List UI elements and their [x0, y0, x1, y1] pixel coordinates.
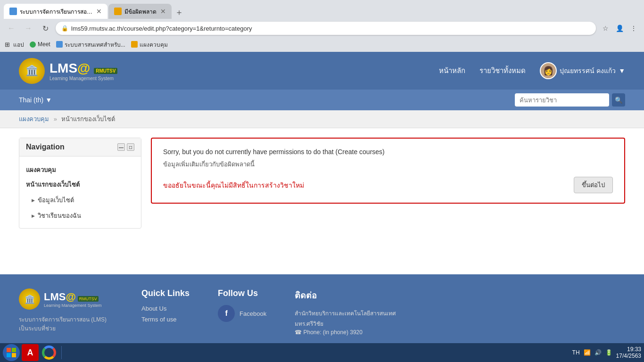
tab-inactive[interactable]: มีข้อผิดพลาด ✕	[108, 4, 172, 19]
tab-close-2[interactable]: ✕	[160, 8, 166, 15]
breadcrumb-current: หน้าแรกของเว็บไซต์	[61, 115, 115, 123]
chrome-icon	[42, 346, 56, 360]
user-dropdown-icon: ▼	[619, 67, 625, 74]
user-avatar: 👩	[540, 62, 557, 79]
footer-lms-label: LMS@	[44, 291, 76, 303]
contact-phone: ☎ Phone: (in phone) 3920	[295, 329, 396, 336]
footer-social-facebook[interactable]: f Facebook	[218, 305, 266, 322]
footer-logo-area: 🏛️ LMS@ RMUTSV Learning Management Syste…	[19, 288, 113, 310]
sidebar-item-home[interactable]: หน้าแรกของเว็บไซต์	[19, 177, 141, 192]
forward-button[interactable]: →	[22, 22, 35, 35]
nav-home[interactable]: หน้าหลัก	[439, 65, 465, 76]
tab-close-1[interactable]: ✕	[96, 8, 102, 15]
logo-at: @	[77, 61, 90, 75]
taskbar-lang: TH	[572, 349, 580, 356]
sidebar-controls: — □	[117, 143, 134, 151]
breadcrumb-home[interactable]: แผงควบคุม	[19, 115, 49, 123]
logo-text: LMS@ RMUTSV Learning Management System	[50, 61, 117, 81]
footer-follow: Follow Us f Facebook	[218, 288, 266, 336]
system-icon	[56, 41, 63, 48]
footer-link-terms[interactable]: Terms of use	[141, 316, 190, 323]
bookmark-apps[interactable]: ⊞ แอป	[5, 40, 24, 49]
error-box: Sorry, but you do not currently have per…	[151, 138, 625, 204]
bookmark-meet[interactable]: Meet	[30, 41, 50, 48]
footer-logo: 🏛️ LMS@ RMUTSV Learning Management Syste…	[19, 288, 113, 336]
logo-lms-label: LMS@ RMUTSV	[50, 61, 117, 75]
error-detail-message: ขออธัยในขณะนี้คุณไม่มีสิทธิ์ในการสร้างวิ…	[163, 180, 304, 190]
footer-follow-heading: Follow Us	[218, 288, 266, 298]
taskbar-chrome[interactable]	[41, 344, 58, 361]
sidebar-minimize[interactable]: —	[117, 143, 125, 151]
taskbar-app-a[interactable]: A	[22, 344, 39, 361]
control-icon	[131, 41, 138, 48]
meet-icon	[30, 41, 36, 48]
svg-rect-0	[7, 348, 11, 352]
bookmark-control[interactable]: แผงควบคุม	[131, 40, 168, 49]
nav-courses[interactable]: รายวิชาทั้งหมด	[479, 65, 526, 76]
svg-rect-1	[12, 348, 16, 352]
footer-subtitle: Learning Management System	[44, 303, 102, 308]
user-area[interactable]: 👩 ปุณยทรรศน์ คงแก้ว ▼	[540, 62, 625, 79]
address-input[interactable]: 🔒 lms59.rmutsv.ac.th/course/edit.php?cat…	[56, 22, 596, 35]
menu-icon[interactable]: ⋮	[628, 23, 639, 34]
sidebar-item-courses[interactable]: วิชาเรียนของฉัน	[19, 208, 141, 223]
taskbar-date: 17/4/2563	[616, 353, 641, 359]
language-selector[interactable]: Thai (th) ▼	[19, 96, 52, 104]
continue-button[interactable]: ขึ้นต่อไป	[574, 177, 613, 193]
sidebar-expand[interactable]: □	[127, 143, 134, 151]
error-main-message: Sorry, but you do not currently have per…	[163, 148, 613, 156]
footer-emblem: 🏛️	[19, 288, 40, 310]
search-button[interactable]: 🔍	[612, 93, 625, 107]
logo-lms-text: LMS@ RMUTSV Learning Management System	[50, 61, 117, 81]
error-more-info: ข้อมูลเพิ่มเติมเกี่ยวกับข้อผิดพลาดนี้	[163, 159, 613, 169]
search-input[interactable]	[515, 93, 609, 107]
tab-title-2: มีข้อผิดพลาด	[124, 7, 157, 16]
profile-icon[interactable]: 👤	[614, 23, 625, 34]
taskbar-battery-icon: 🔋	[605, 349, 612, 356]
contact-line-2: มทร.ศรีวิชัย	[295, 319, 396, 329]
tab-favicon-2	[114, 8, 122, 15]
bookmark-meet-label: Meet	[38, 41, 50, 48]
address-text: lms59.rmutsv.ac.th/course/edit.php?categ…	[71, 25, 252, 32]
logo-rmutsv-label: RMUTSV	[94, 68, 117, 74]
tab-active[interactable]: ระบบการจัดการเรียนการสอน มหาวิ... ✕	[4, 4, 107, 19]
taskbar-right: TH 📶 🔊 🔋 19:33 17/4/2563	[572, 346, 641, 359]
start-button[interactable]	[3, 344, 20, 361]
browser-chrome: ระบบการจัดการเรียนการสอน มหาวิ... ✕ มีข้…	[0, 0, 644, 52]
bookmark-system[interactable]: ระบบสารสนเทศสำหรับ...	[56, 40, 125, 49]
svg-rect-2	[7, 353, 11, 357]
site-header: 🏛️ LMS@ RMUTSV Learning Management Syste…	[0, 52, 644, 90]
logo-area[interactable]: 🏛️ LMS@ RMUTSV Learning Management Syste…	[19, 58, 117, 84]
header-nav: หน้าหลัก รายวิชาทั้งหมด 👩 ปุณยทรรศน์ คงแ…	[439, 62, 625, 79]
taskbar: A TH 📶 🔊 🔋 19:33 17/4/2563	[0, 343, 644, 362]
bookmark-control-label: แผงควบคุม	[140, 40, 168, 49]
lms-prefix: LMS	[50, 61, 77, 75]
taskbar-clock: 19:33	[616, 346, 641, 353]
search-area: 🔍	[515, 93, 625, 107]
apps-icon: ⊞	[5, 41, 11, 48]
sidebar-item-info[interactable]: ข้อมูลเว็บไซต์	[19, 192, 141, 208]
sidebar-item-section: แผงควบคุม	[19, 161, 141, 177]
logo-emblem: 🏛️	[19, 58, 45, 84]
back-button[interactable]: ←	[5, 22, 18, 35]
footer-rmutsv-label: RMUTSV	[78, 296, 99, 302]
reload-button[interactable]: ↻	[39, 22, 52, 35]
taskbar-separator	[61, 346, 62, 359]
breadcrumb: แผงควบคุม » หน้าแรกของเว็บไซต์	[0, 110, 644, 128]
footer-description: ระบบการจัดการเรียนการสอน (LMS) เป็นระบบท…	[19, 315, 113, 333]
footer: 🏛️ LMS@ RMUTSV Learning Management Syste…	[0, 274, 644, 350]
sidebar-header: Navigation — □	[19, 138, 141, 156]
lang-bar: Thai (th) ▼ 🔍	[0, 90, 644, 110]
svg-rect-3	[12, 353, 16, 357]
bookmark-star-icon[interactable]: ☆	[600, 23, 611, 34]
new-tab-button[interactable]: ＋	[173, 6, 186, 19]
footer-link-about[interactable]: About Us	[141, 305, 190, 312]
language-label: Thai (th)	[19, 96, 43, 104]
footer-quick-links: Quick Links About Us Terms of use	[141, 288, 190, 336]
sidebar: Navigation — □ แผงควบคุม หน้าแรกของเว็บไ…	[19, 138, 141, 251]
sidebar-body: แผงควบคุม หน้าแรกของเว็บไซต์ ข้อมูลเว็บไ…	[19, 156, 141, 228]
tab-favicon-1	[9, 8, 17, 15]
logo-subtitle: Learning Management System	[50, 76, 117, 81]
contact-line-1: สำนักวิทยบริการและเทคโนโลยีสารสนเทศ	[295, 309, 396, 319]
breadcrumb-separator: »	[54, 115, 57, 123]
